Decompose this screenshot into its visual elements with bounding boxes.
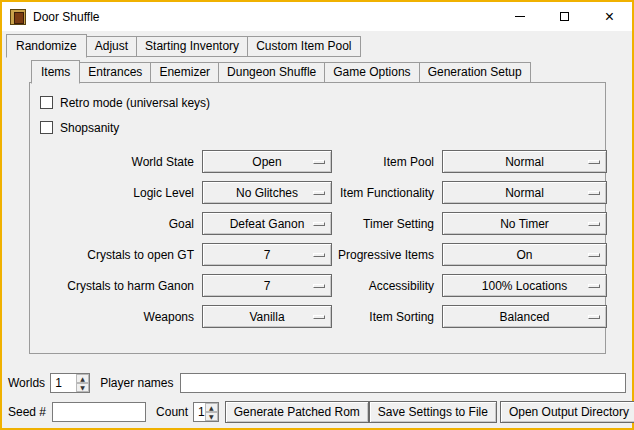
accessibility-dropdown[interactable]: 100% Locations	[442, 274, 607, 297]
dropdown-indicator-icon	[313, 284, 325, 288]
logic-level-value: No Glitches	[236, 186, 298, 200]
world-state-dropdown[interactable]: Open	[202, 150, 332, 173]
client-area: Randomize Adjust Starting Inventory Cust…	[2, 31, 632, 428]
tab-randomize[interactable]: Randomize	[6, 34, 87, 58]
tab-items[interactable]: Items	[31, 60, 80, 84]
dropdown-indicator-icon	[588, 253, 600, 257]
item-functionality-label: Item Functionality	[338, 186, 436, 200]
tab-enemizer[interactable]: Enemizer	[150, 62, 219, 83]
tab-entrances[interactable]: Entrances	[79, 62, 151, 83]
count-up-button[interactable]: ▲	[205, 403, 218, 412]
timer-setting-label: Timer Setting	[338, 217, 436, 231]
open-output-directory-button[interactable]: Open Output Directory	[500, 401, 634, 423]
item-sorting-dropdown[interactable]: Balanced	[442, 305, 607, 328]
dropdown-indicator-icon	[313, 222, 325, 226]
goal-dropdown[interactable]: Defeat Ganon	[202, 212, 332, 235]
timer-setting-dropdown[interactable]: No Timer	[442, 212, 607, 235]
tab-adjust[interactable]: Adjust	[86, 36, 137, 57]
minimize-button[interactable]	[497, 2, 542, 31]
dropdown-indicator-icon	[588, 222, 600, 226]
weapons-dropdown[interactable]: Vanilla	[202, 305, 332, 328]
world-state-value: Open	[252, 155, 281, 169]
dropdown-indicator-icon	[588, 284, 600, 288]
worlds-value: 1	[51, 374, 76, 392]
retro-mode-label: Retro mode (universal keys)	[60, 96, 210, 110]
count-value: 1	[194, 403, 205, 421]
item-functionality-value: Normal	[505, 186, 544, 200]
goal-value: Defeat Ganon	[230, 217, 305, 231]
item-functionality-dropdown[interactable]: Normal	[442, 181, 607, 204]
crystals-gt-dropdown[interactable]: 7	[202, 243, 332, 266]
worlds-up-button[interactable]: ▲	[76, 374, 89, 383]
tab-starting-inventory[interactable]: Starting Inventory	[136, 36, 248, 57]
worlds-label: Worlds	[8, 376, 45, 390]
weapons-value: Vanilla	[249, 310, 284, 324]
close-icon: ×	[605, 9, 614, 25]
item-sorting-label: Item Sorting	[338, 310, 436, 324]
worlds-row: Worlds 1 ▲ ▼ Player names	[8, 372, 627, 394]
titlebar[interactable]: Door Shuffle ×	[2, 2, 632, 31]
weapons-label: Weapons	[38, 310, 196, 324]
app-window: Door Shuffle × Randomize Adjust Starting…	[0, 0, 634, 430]
logic-level-label: Logic Level	[38, 186, 196, 200]
seed-input[interactable]	[52, 402, 146, 422]
bottom-controls: Worlds 1 ▲ ▼ Player names Seed # Count 1	[2, 372, 632, 423]
accessibility-value: 100% Locations	[482, 279, 567, 293]
count-down-button[interactable]: ▼	[205, 412, 218, 421]
sub-tab-bar: Items Entrances Enemizer Dungeon Shuffle…	[31, 60, 632, 83]
dropdown-indicator-icon	[313, 315, 325, 319]
crystals-gt-label: Crystals to open GT	[38, 248, 196, 262]
item-pool-dropdown[interactable]: Normal	[442, 150, 607, 173]
count-spin-buttons: ▲ ▼	[205, 403, 218, 421]
shopsanity-label: Shopsanity	[60, 121, 119, 135]
player-names-input[interactable]	[180, 373, 627, 393]
main-tab-bar: Randomize Adjust Starting Inventory Cust…	[6, 34, 632, 57]
count-spinner[interactable]: 1 ▲ ▼	[193, 402, 219, 422]
window-controls: ×	[497, 2, 632, 31]
progressive-items-label: Progressive Items	[338, 248, 436, 262]
world-state-label: World State	[38, 155, 196, 169]
worlds-spinner[interactable]: 1 ▲ ▼	[50, 373, 90, 393]
accessibility-label: Accessibility	[338, 279, 436, 293]
dropdown-indicator-icon	[313, 253, 325, 257]
save-settings-button[interactable]: Save Settings to File	[369, 401, 497, 423]
worlds-spin-buttons: ▲ ▼	[76, 374, 89, 392]
items-panel: Retro mode (universal keys) Shopsanity W…	[29, 82, 606, 354]
logic-level-dropdown[interactable]: No Glitches	[202, 181, 332, 204]
item-pool-label: Item Pool	[338, 155, 436, 169]
minimize-icon	[515, 16, 525, 17]
maximize-button[interactable]	[542, 2, 587, 31]
crystals-ganon-dropdown[interactable]: 7	[202, 274, 332, 297]
worlds-down-button[interactable]: ▼	[76, 383, 89, 392]
seed-row: Seed # Count 1 ▲ ▼ Generate Patched Rom …	[8, 401, 627, 423]
seed-label: Seed #	[8, 405, 46, 419]
crystals-ganon-value: 7	[264, 279, 271, 293]
tab-game-options[interactable]: Game Options	[324, 62, 419, 83]
progressive-items-dropdown[interactable]: On	[442, 243, 607, 266]
goal-label: Goal	[38, 217, 196, 231]
tab-dungeon-shuffle[interactable]: Dungeon Shuffle	[218, 62, 325, 83]
dropdown-indicator-icon	[588, 191, 600, 195]
timer-setting-value: No Timer	[500, 217, 549, 231]
dropdown-indicator-icon	[313, 191, 325, 195]
retro-mode-checkbox[interactable]	[40, 96, 53, 109]
player-names-label: Player names	[100, 376, 173, 390]
item-pool-value: Normal	[505, 155, 544, 169]
item-sorting-value: Balanced	[500, 310, 550, 324]
progressive-items-value: On	[517, 248, 533, 262]
dropdown-indicator-icon	[588, 315, 600, 319]
shopsanity-checkbox[interactable]	[40, 121, 53, 134]
tab-generation-setup[interactable]: Generation Setup	[419, 62, 531, 83]
retro-mode-row: Retro mode (universal keys)	[40, 94, 597, 111]
generate-patched-rom-button[interactable]: Generate Patched Rom	[225, 401, 369, 423]
dropdown-indicator-icon	[313, 160, 325, 164]
crystals-gt-value: 7	[264, 248, 271, 262]
tab-custom-item-pool[interactable]: Custom Item Pool	[247, 36, 360, 57]
count-label: Count	[156, 405, 188, 419]
close-button[interactable]: ×	[587, 2, 632, 31]
window-title: Door Shuffle	[33, 10, 100, 24]
shopsanity-row: Shopsanity	[40, 119, 597, 136]
options-grid: World State Open Item Pool Normal Logic …	[38, 150, 597, 328]
dropdown-indicator-icon	[588, 160, 600, 164]
app-icon	[10, 9, 26, 25]
